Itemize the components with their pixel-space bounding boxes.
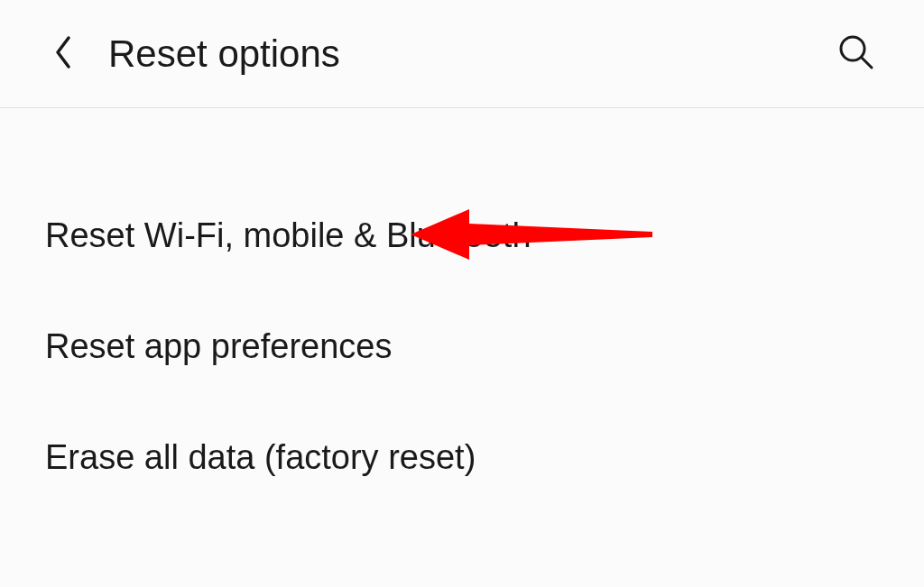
option-erase-all-data[interactable]: Erase all data (factory reset) [0, 402, 924, 513]
chevron-left-icon [52, 34, 74, 74]
search-icon [837, 33, 875, 75]
list-item-label: Reset Wi-Fi, mobile & Bluetooth [45, 216, 531, 254]
option-reset-wifi-mobile-bluetooth[interactable]: Reset Wi-Fi, mobile & Bluetooth [0, 180, 924, 291]
options-list: Reset Wi-Fi, mobile & Bluetooth Reset ap… [0, 108, 924, 513]
option-reset-app-preferences[interactable]: Reset app preferences [0, 291, 924, 402]
search-button[interactable] [834, 32, 879, 77]
list-item-label: Reset app preferences [45, 327, 392, 365]
back-button[interactable] [45, 36, 81, 72]
header: Reset options [0, 0, 924, 108]
list-item-label: Erase all data (factory reset) [45, 438, 476, 476]
svg-line-1 [862, 58, 872, 68]
page-title: Reset options [108, 32, 834, 76]
